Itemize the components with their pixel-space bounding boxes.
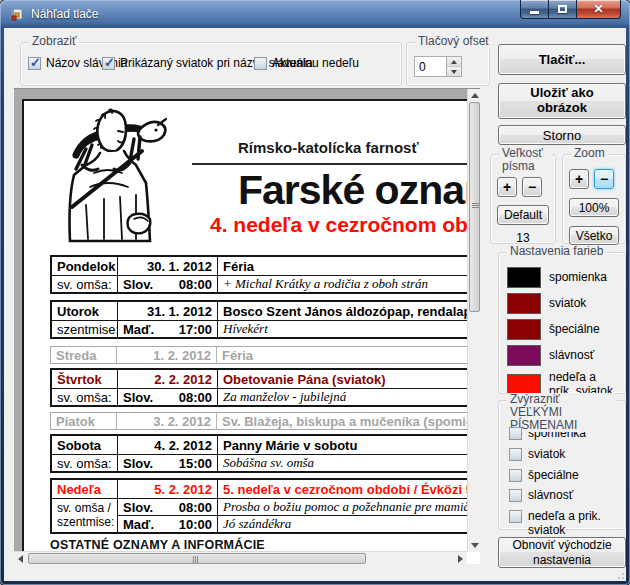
thumb-grip-icon xyxy=(193,556,198,563)
restore-defaults-button[interactable]: Obnoviť východzie nastavenia xyxy=(498,537,626,568)
schedule-block-saturday: Sobota 4. 2. 2012 Panny Márie v sobotu s… xyxy=(50,434,480,473)
highlight-group: Zvýrazniť VEĽKÝMI PÍSMENAMI spomienka sv… xyxy=(498,400,626,530)
mass-type: sv. omša / szentmise: xyxy=(52,499,118,532)
print-preview-area: Rímsko-katolícka farnosť Farské oznam 4.… xyxy=(14,88,480,564)
print-offset-value[interactable]: 0 xyxy=(415,57,446,76)
schedule-block-tuesday: Utorok 31. 1. 2012 Bosco Szent János áld… xyxy=(50,300,480,339)
mass-intention: Jó szándékra xyxy=(223,516,291,532)
other-announcements-heading: OSTATNÉ OZNAMY A INFORMÁCIE xyxy=(50,538,265,552)
checkbox-box[interactable] xyxy=(102,57,115,70)
minimize-icon xyxy=(530,11,539,14)
scroll-left-button[interactable] xyxy=(14,552,27,564)
checkbox-box[interactable] xyxy=(509,510,522,523)
checkbox-current-sunday[interactable]: Aktuálnu nedeľu xyxy=(254,56,359,70)
highlight-checkbox-slavnost[interactable]: slávnosť xyxy=(509,489,625,503)
highlight-checkbox-sviatok[interactable]: sviatok xyxy=(509,448,625,462)
close-button[interactable]: ✕ xyxy=(576,0,621,19)
checkbox-box[interactable] xyxy=(28,57,41,70)
horizontal-scrollbar[interactable] xyxy=(14,551,467,564)
print-button[interactable]: Tlačiť... xyxy=(498,44,626,75)
header-divider xyxy=(192,163,480,165)
zoom-in-button[interactable]: + xyxy=(569,169,589,189)
day-date: 4. 2. 2012 xyxy=(118,436,218,454)
print-preview-window: Náhľad tlače ✕ Zobraziť Názov slávenia P… xyxy=(0,0,630,585)
mass-type: szentmise: xyxy=(52,321,118,337)
scroll-left-icon xyxy=(18,555,23,563)
horizontal-scrollbar-thumb[interactable] xyxy=(28,553,366,564)
color-row-slavnost: slávnosť xyxy=(507,345,625,366)
document-subtitle: 4. nedeľa v cezročnom ob xyxy=(210,213,468,237)
scroll-down-icon xyxy=(471,543,479,548)
mass-type: sv. omša: xyxy=(52,455,118,471)
color-swatch-specialne[interactable] xyxy=(507,319,541,340)
schedule-block-friday: Piatok 3. 2. 2012 Sv. Blažeja, biskupa a… xyxy=(50,412,480,430)
zoom-fit-all-button[interactable]: Všetko xyxy=(569,226,619,245)
mass-intention: Za manželov - jubilejná xyxy=(223,389,346,405)
day-name: Utorok xyxy=(52,302,118,320)
day-name: Pondelok xyxy=(52,257,118,275)
color-row-sviatok: sviatok xyxy=(507,293,625,314)
font-size-increase-button[interactable]: + xyxy=(497,177,517,197)
color-swatch-spomienka[interactable] xyxy=(507,267,541,288)
font-size-decrease-button[interactable]: − xyxy=(522,177,542,197)
day-date: 2. 2. 2012 xyxy=(118,370,218,388)
zoom-label: Zoom xyxy=(571,147,608,160)
titlebar[interactable]: Náhľad tlače ✕ xyxy=(0,0,630,28)
scroll-up-icon xyxy=(471,93,479,98)
checkbox-box[interactable] xyxy=(509,489,522,502)
minimize-button[interactable] xyxy=(520,0,549,19)
close-icon: ✕ xyxy=(593,3,603,15)
mass-time: 08:00 xyxy=(179,390,212,405)
mass-intention: Prosba o božiu pomoc a požehnanie pre ma… xyxy=(223,499,480,515)
app-icon xyxy=(9,6,25,22)
zoom-out-button[interactable]: − xyxy=(594,169,614,189)
color-row-specialne: špeciálne xyxy=(507,319,625,340)
day-name: Štvrtok xyxy=(52,370,118,388)
mass-language: Slov. xyxy=(123,277,153,292)
highlight-label: Zvýrazniť VEĽKÝMI PÍSMENAMI xyxy=(507,393,615,432)
vertical-scrollbar-thumb[interactable] xyxy=(469,102,480,312)
client-area: Zobraziť Názov slávenia Prikázaný sviato… xyxy=(4,28,626,581)
color-row-spomienka: spomienka xyxy=(507,267,625,288)
day-date: 1. 2. 2012 xyxy=(117,347,217,363)
save-as-image-button[interactable]: Uložiť ako obrázok xyxy=(498,83,626,119)
mass-language: Slov. xyxy=(123,500,153,515)
vertical-scrollbar[interactable] xyxy=(467,89,480,552)
resize-grip[interactable] xyxy=(612,567,624,579)
highlight-checkbox-nedela[interactable]: nedeľa a prik. sviatok xyxy=(509,510,625,538)
mass-type: sv. omša: xyxy=(52,389,118,405)
zoom-100-button[interactable]: 100% xyxy=(569,198,619,217)
scroll-down-button[interactable] xyxy=(468,539,480,552)
highlight-checkbox-specialne[interactable]: špeciálne xyxy=(509,469,625,483)
checkbox-box[interactable] xyxy=(254,57,267,70)
cancel-button[interactable]: Storno xyxy=(498,125,626,145)
document-page: Rímsko-katolícka farnosť Farské oznam 4.… xyxy=(22,99,480,564)
show-options-label: Zobraziť xyxy=(29,35,80,48)
color-swatch-slavnost[interactable] xyxy=(507,345,541,366)
print-offset-label: Tlačový ofset xyxy=(415,35,492,48)
good-shepherd-logo xyxy=(46,103,178,245)
font-size-label: Veľkosť písma xyxy=(499,147,551,173)
checkbox-label: Aktuálnu nedeľu xyxy=(272,56,359,70)
print-offset-stepper[interactable]: 0 xyxy=(414,56,462,77)
maximize-button[interactable] xyxy=(549,0,576,19)
mass-language: Maď. xyxy=(123,322,154,337)
checkbox-box[interactable] xyxy=(509,469,522,482)
checkbox-box[interactable] xyxy=(509,448,522,461)
mass-time: 10:00 xyxy=(179,517,212,532)
checkbox-box[interactable] xyxy=(509,427,522,440)
schedule-block-thursday: Štvrtok 2. 2. 2012 Obetovanie Pána (svia… xyxy=(50,368,480,407)
celebration-title: Panny Márie v sobotu xyxy=(218,436,480,454)
scroll-up-button[interactable] xyxy=(468,89,480,102)
day-date: 5. 2. 2012 xyxy=(118,480,218,498)
stepper-up-icon[interactable] xyxy=(447,57,461,67)
color-swatch-sviatok[interactable] xyxy=(507,293,541,314)
celebration-title: Sv. Blažeja, biskupa a mučeníka (spomien… xyxy=(217,413,480,429)
scroll-right-button[interactable] xyxy=(454,552,467,564)
stepper-down-icon[interactable] xyxy=(447,67,461,76)
day-name: Nedeľa xyxy=(52,480,118,498)
font-size-default-button[interactable]: Default xyxy=(497,205,549,225)
schedule-block-sunday: Nedeľa 5. 2. 2012 5. nedeľa v cezročnom … xyxy=(50,478,480,534)
thumb-grip-icon xyxy=(472,203,479,209)
celebration-title: 5. nedeľa v cezročnom období / Évközi 5.… xyxy=(218,480,480,498)
